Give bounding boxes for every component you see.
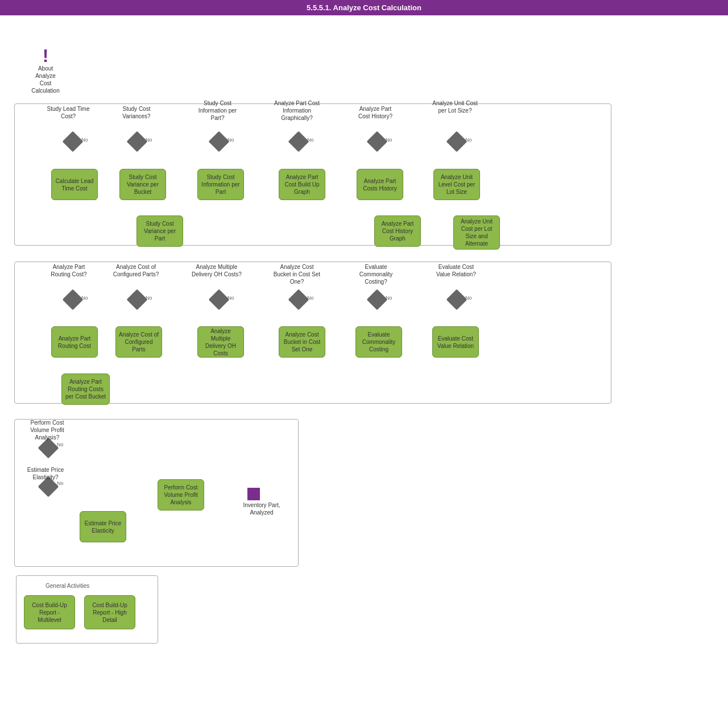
d9-no: No xyxy=(228,295,234,301)
page-title: 5.5.5.1. Analyze Cost Calculation xyxy=(0,0,728,15)
d10-no: No xyxy=(307,295,314,301)
activity-delivery-oh[interactable]: Analyze Multiple Delivery OH Costs xyxy=(197,326,244,358)
activity-configured-parts[interactable]: Analyze Cost of Configured Parts xyxy=(115,326,162,358)
activity-buildup-highdetail[interactable]: Cost Build-Up Report - High Detail xyxy=(84,595,135,629)
activity-unit-level-cost[interactable]: Analyze Unit Level Cost per Lot Size xyxy=(433,169,480,200)
d11-label: Evaluate Commonality Costing? xyxy=(351,263,401,285)
d14-no: No xyxy=(57,480,64,486)
d3-no: No xyxy=(228,137,234,143)
d7-label: Analyze Part Routing Cost? xyxy=(43,263,94,278)
d3-label: Study Cost Information per Part? xyxy=(193,99,242,122)
d1-no: No xyxy=(81,137,88,143)
activity-unit-cost-alternate[interactable]: Analyze Unit Cost per Lot Size and Alter… xyxy=(453,215,500,250)
activity-study-variance-bucket[interactable]: Study Cost Variance per Bucket xyxy=(119,169,166,200)
activity-cost-volume-profit[interactable]: Perform Cost Volume Profit Analysis xyxy=(158,479,204,511)
canvas: ! About Analyze Cost Calculation Invento… xyxy=(0,15,728,722)
d13-no: No xyxy=(57,442,64,447)
d4-no: No xyxy=(307,137,314,143)
d7-no: No xyxy=(81,295,88,301)
inv-end-square xyxy=(247,488,260,500)
d6-no: No xyxy=(465,137,472,143)
about-label: About Analyze Cost Calculation xyxy=(26,65,65,94)
general-activities-title: General Activities xyxy=(46,583,89,589)
d12-label: Evaluate Cost Value Relation? xyxy=(432,263,480,278)
about-icon[interactable]: ! About Analyze Cost Calculation xyxy=(26,47,65,94)
d6-label: Analyze Unit Cost per Lot Size? xyxy=(430,99,480,114)
activity-study-variance-part[interactable]: Study Cost Variance per Part xyxy=(136,215,183,247)
d8-label: Analyze Cost of Configured Parts? xyxy=(111,263,161,278)
activity-routing-cost-bucket[interactable]: Analyze Part Routing Costs per Cost Buck… xyxy=(61,374,110,405)
activity-cost-value[interactable]: Evaluate Cost Value Relation xyxy=(432,326,479,358)
d2-label: Study Cost Variances? xyxy=(114,105,159,120)
activity-price-elasticity[interactable]: Estimate Price Elasticity xyxy=(80,511,126,542)
about-exclamation: ! xyxy=(26,47,65,65)
activity-study-cost-info-part[interactable]: Study Cost Information per Part xyxy=(197,169,244,200)
activity-costs-history[interactable]: Analyze Part Costs History xyxy=(357,169,403,200)
d5-no: No xyxy=(386,137,392,143)
d1-label: Study Lead Time Cost? xyxy=(46,105,91,120)
d12-no: No xyxy=(465,295,472,301)
activity-buildup-multilevel[interactable]: Cost Build-Up Report - Multilevel xyxy=(24,595,75,629)
activity-cost-build-graph[interactable]: Analyze Part Cost Build Up Graph xyxy=(279,169,325,200)
activity-calc-lead-time[interactable]: Calculate Lead Time Cost xyxy=(51,169,98,200)
d2-no: No xyxy=(146,137,152,143)
d8-no: No xyxy=(146,295,152,301)
activity-commonality[interactable]: Evaluate Commonality Costing xyxy=(355,326,402,358)
d14-label: Estimate Price Elasticity? xyxy=(22,466,69,481)
activity-cost-bucket[interactable]: Analyze Cost Bucket in Cost Set One xyxy=(279,326,325,358)
d11-no: No xyxy=(386,295,392,301)
inv-end-label: Inventory Part, Analyzed xyxy=(239,501,284,516)
d13-label: Perform Cost Volume Profit Analysis? xyxy=(22,419,73,441)
d9-label: Analyze Multiple Delivery OH Costs? xyxy=(192,263,242,278)
activity-cost-history-graph[interactable]: Analyze Part Cost History Graph xyxy=(374,215,421,247)
d10-label: Analyze Cost Bucket in Cost Set One? xyxy=(272,263,322,285)
d5-label: Analyze Part Cost History? xyxy=(353,105,398,120)
activity-routing-cost[interactable]: Analyze Part Routing Cost xyxy=(51,326,98,358)
d4-label: Analyze Part Cost Information Graphicall… xyxy=(272,99,322,122)
